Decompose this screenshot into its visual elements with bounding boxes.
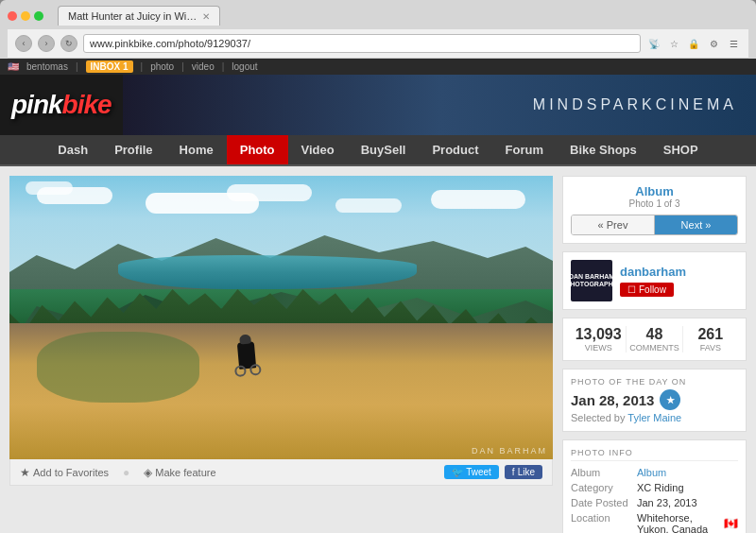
traffic-lights: [8, 11, 43, 21]
comments-label: COMMENTS: [627, 343, 681, 352]
feature-icon: ◈: [144, 466, 152, 479]
add-favorites-label: Add to Favorites: [33, 467, 109, 478]
stats-row: 13,093 VIEWS 48 COMMENTS 261 FAVS: [562, 318, 747, 361]
browser-chrome: Matt Hunter at Juicy in Wi… ✕ ‹ › ↻ www.…: [0, 0, 756, 59]
nav-profile[interactable]: Profile: [101, 135, 165, 164]
tweet-button[interactable]: 🐦 Tweet: [444, 465, 499, 479]
logo-area: pinkbike: [0, 82, 123, 128]
main-nav: Dash Profile Home Photo Video BuySell Pr…: [0, 135, 756, 166]
make-feature-link[interactable]: ◈ Make feature: [144, 466, 215, 479]
category-val: XC Riding: [637, 482, 738, 493]
favs-count: 261: [683, 326, 738, 343]
photo-info-title: PHOTO INFO: [571, 448, 738, 461]
follow-button[interactable]: ☐ Follow: [620, 283, 674, 297]
user-avatar: DAN BARHAM PHOTOGRAPHY: [571, 260, 612, 301]
avatar-text: DAN BARHAM PHOTOGRAPHY: [571, 273, 612, 289]
banner-text: MINDSPARKCINEMA: [533, 96, 737, 113]
username-link[interactable]: bentomas: [26, 61, 68, 72]
site-logo[interactable]: pinkbike: [11, 90, 112, 120]
nav-bikeshops[interactable]: Bike Shops: [557, 135, 650, 164]
pod-badge-icon: ★: [660, 389, 680, 410]
minimize-button[interactable]: [21, 11, 30, 21]
page: 🇺🇸 bentomas | INBOX 1 | photo | video | …: [0, 59, 756, 533]
rss-icon[interactable]: 📡: [646, 36, 662, 51]
forward-button[interactable]: ›: [38, 35, 55, 52]
favs-stat: 261 FAVS: [683, 326, 738, 352]
tab-title: Matt Hunter at Juicy in Wi…: [68, 10, 197, 22]
user-info: danbarham ☐ Follow: [620, 265, 738, 297]
photo-section: DAN BARHAM ★ Add to Favorites ● ◈ Make f…: [9, 176, 553, 533]
flag-icon: 🇺🇸: [8, 61, 19, 72]
logout-link[interactable]: logout: [232, 61, 257, 72]
album-val: Album: [637, 467, 738, 478]
inbox-badge[interactable]: INBOX 1: [86, 60, 133, 73]
views-count: 13,093: [571, 326, 626, 343]
menu-icon[interactable]: ☰: [726, 36, 741, 51]
prev-photo-button[interactable]: « Prev: [572, 215, 655, 234]
settings-icon[interactable]: ⚙: [706, 36, 721, 51]
selector-name-link[interactable]: Tyler Maine: [627, 412, 681, 423]
photo-info: PHOTO INFO Album Album Category XC Ridin…: [562, 439, 747, 533]
utility-bar: 🇺🇸 bentomas | INBOX 1 | photo | video | …: [0, 59, 756, 75]
social-buttons: 🐦 Tweet f Like: [444, 465, 542, 479]
like-button[interactable]: f Like: [505, 465, 542, 479]
sidebar: Album Photo 1 of 3 « Prev Next » DAN BAR…: [562, 176, 747, 533]
location-val: Whitehorse, Yukon, Canada 🇨🇦: [637, 512, 738, 533]
browser-toolbar: ‹ › ↻ www.pinkbike.com/photo/9129037/ 📡 …: [8, 29, 748, 59]
photo-actions: ★ Add to Favorites ● ◈ Make feature 🐦 Tw…: [9, 459, 553, 486]
video-link[interactable]: video: [192, 61, 215, 72]
photo-image[interactable]: DAN BARHAM: [9, 176, 553, 459]
user-card: DAN BARHAM PHOTOGRAPHY danbarham ☐ Follo…: [562, 251, 747, 310]
date-val: Jan 23, 2013: [637, 497, 738, 508]
add-to-favorites-link[interactable]: ★ Add to Favorites: [20, 466, 109, 479]
browser-titlebar: Matt Hunter at Juicy in Wi… ✕: [8, 6, 748, 26]
tab-close-icon[interactable]: ✕: [202, 11, 210, 22]
info-location-row: Location Whitehorse, Yukon, Canada 🇨🇦: [571, 512, 738, 533]
views-label: VIEWS: [571, 343, 626, 352]
album-nav-buttons: « Prev Next »: [571, 215, 738, 235]
back-button[interactable]: ‹: [15, 35, 32, 52]
nav-shop[interactable]: SHOP: [650, 135, 712, 164]
make-feature-label: Make feature: [155, 467, 215, 478]
info-date-row: Date Posted Jan 23, 2013: [571, 497, 738, 508]
date-key: Date Posted: [571, 497, 637, 508]
album-link[interactable]: Album: [637, 467, 666, 478]
nav-buysell[interactable]: BuySell: [348, 135, 420, 164]
canada-flag-icon: 🇨🇦: [724, 517, 738, 530]
follow-icon: ☐: [627, 284, 636, 295]
nav-dash[interactable]: Dash: [44, 135, 101, 164]
album-nav: Album Photo 1 of 3 « Prev Next »: [562, 176, 747, 244]
nav-forum[interactable]: Forum: [492, 135, 557, 164]
nav-home[interactable]: Home: [166, 135, 227, 164]
username[interactable]: danbarham: [620, 265, 738, 279]
content-area: DAN BARHAM ★ Add to Favorites ● ◈ Make f…: [0, 166, 756, 533]
photo-of-day: PHOTO OF THE DAY ON Jan 28, 2013 ★ Selec…: [562, 369, 747, 432]
twitter-icon: 🐦: [452, 467, 463, 477]
address-bar[interactable]: www.pinkbike.com/photo/9129037/: [83, 34, 641, 53]
nav-photo[interactable]: Photo: [227, 135, 288, 164]
photo-link[interactable]: photo: [150, 61, 174, 72]
album-key: Album: [571, 467, 637, 478]
nav-product[interactable]: Product: [419, 135, 491, 164]
photo-container: DAN BARHAM: [9, 176, 553, 459]
close-button[interactable]: [8, 11, 17, 21]
active-tab[interactable]: Matt Hunter at Juicy in Wi… ✕: [58, 6, 220, 26]
lock-icon: 🔒: [686, 36, 701, 51]
header-banner: MINDSPARKCINEMA: [123, 75, 756, 135]
category-key: Category: [571, 482, 637, 493]
maximize-button[interactable]: [34, 11, 43, 21]
info-album-row: Album Album: [571, 467, 738, 478]
next-photo-button[interactable]: Next »: [655, 215, 737, 234]
nav-video[interactable]: Video: [288, 135, 348, 164]
star-icon[interactable]: ☆: [666, 36, 681, 51]
url-text: www.pinkbike.com/photo/9129037/: [90, 38, 250, 49]
site-header: pinkbike MINDSPARKCINEMA: [0, 75, 756, 135]
tab-bar: Matt Hunter at Juicy in Wi… ✕: [58, 6, 220, 26]
comments-stat: 48 COMMENTS: [627, 326, 682, 352]
pod-label: PHOTO OF THE DAY ON: [571, 377, 738, 387]
refresh-button[interactable]: ↻: [60, 35, 77, 52]
pod-date: Jan 28, 2013 ★: [571, 389, 738, 410]
comments-count: 48: [627, 326, 681, 343]
album-title: Album: [571, 184, 738, 198]
location-key: Location: [571, 512, 637, 533]
